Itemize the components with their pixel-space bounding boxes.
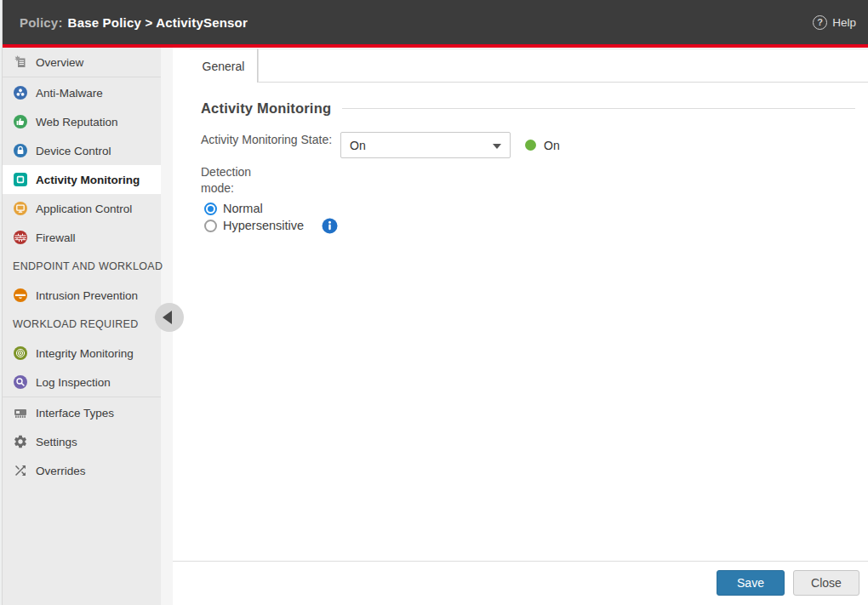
sidebar-item-label: Overrides — [36, 465, 86, 477]
sidebar-item-label: Overview — [36, 56, 83, 69]
section-header: Activity Monitoring — [201, 100, 855, 117]
tab-general[interactable]: General — [190, 49, 258, 83]
sidebar-item-activity-monitoring[interactable]: Activity Monitoring — [3, 165, 161, 194]
main-content: General Activity Monitoring Activity Mon… — [173, 48, 868, 605]
device-control-icon — [13, 143, 28, 158]
state-status: On — [525, 132, 560, 158]
chevron-left-icon — [163, 311, 172, 324]
info-icon[interactable] — [322, 218, 338, 234]
sidebar-item-application-control[interactable]: Application Control — [3, 194, 161, 223]
integrity-monitoring-icon — [13, 345, 28, 361]
sidebar-nav: Overview Anti-Malware Web Reputation — [3, 48, 161, 485]
sidebar-item-settings[interactable]: Settings — [3, 427, 161, 456]
page-title-prefix: Policy: — [20, 15, 63, 30]
green-status-dot — [525, 140, 536, 151]
help-button[interactable]: ? Help — [813, 15, 856, 30]
radio-normal-control[interactable] — [204, 203, 217, 215]
state-status-text: On — [544, 139, 560, 152]
activity-monitoring-icon — [13, 172, 28, 187]
firewall-icon — [13, 230, 28, 245]
tab-general-label: General — [203, 60, 245, 73]
state-select-value: On — [350, 139, 366, 152]
sidebar-item-label: Firewall — [36, 231, 76, 244]
page-title-main: Base Policy > ActivitySensor — [68, 15, 248, 30]
overview-icon — [13, 54, 28, 70]
sidebar-item-integrity-monitoring[interactable]: Integrity Monitoring — [3, 339, 161, 368]
tab-bar-empty-area — [258, 49, 868, 83]
sidebar-item-web-reputation[interactable]: Web Reputation — [3, 107, 161, 136]
radio-normal-label: Normal — [223, 202, 263, 215]
sidebar-section-endpoint-and-workload: ENDPOINT AND WORKLOAD — [3, 252, 161, 281]
sidebar-item-intrusion-prevention[interactable]: Intrusion Prevention — [3, 281, 161, 310]
section-rule — [342, 108, 855, 109]
sidebar-item-device-control[interactable]: Device Control — [3, 136, 161, 165]
question-circle-icon: ? — [813, 15, 827, 30]
sidebar-divider — [3, 77, 161, 77]
intrusion-prevention-icon — [13, 288, 28, 303]
section-title: Activity Monitoring — [201, 100, 331, 117]
detection-mode-radios: Normal Hypersensitive — [201, 200, 848, 234]
detection-mode-label: Detection mode: — [201, 164, 279, 197]
sidebar-item-label: Log Inspection — [36, 376, 111, 389]
tab-bar: General — [173, 48, 868, 83]
sidebar-item-interface-types[interactable]: Interface Types — [3, 398, 161, 427]
sidebar-item-label: Interface Types — [36, 407, 114, 420]
page-title: Policy:Base Policy > ActivitySensor — [20, 15, 248, 30]
sidebar-item-label: Application Control — [36, 203, 132, 215]
activity-monitoring-form: Activity Monitoring State: On On Detecti… — [201, 132, 848, 234]
sidebar-collapse-button[interactable] — [155, 303, 184, 332]
sidebar: Overview Anti-Malware Web Reputation — [3, 48, 173, 605]
sidebar-section-workload-required: WORKLOAD REQUIRED — [3, 310, 161, 339]
policy-editor-window: Policy:Base Policy > ActivitySensor ? He… — [0, 0, 868, 605]
detection-mode-row: Detection mode: — [201, 164, 848, 197]
sidebar-item-label: Intrusion Prevention — [36, 289, 138, 302]
save-button[interactable]: Save — [717, 570, 785, 596]
sidebar-item-label: Web Reputation — [36, 116, 118, 128]
sidebar-item-anti-malware[interactable]: Anti-Malware — [3, 78, 161, 107]
web-reputation-icon — [13, 114, 28, 129]
footer-buttons: Save Close — [717, 570, 859, 596]
sidebar-item-label: Integrity Monitoring — [36, 347, 134, 360]
anti-malware-icon — [13, 85, 28, 100]
sidebar-item-label: Device Control — [36, 145, 111, 157]
sidebar-item-overrides[interactable]: Overrides — [3, 456, 161, 485]
state-row: Activity Monitoring State: On On — [201, 132, 848, 158]
sidebar-divider — [3, 397, 161, 397]
sidebar-item-label: Settings — [36, 436, 77, 448]
state-select[interactable]: On — [340, 132, 511, 158]
radio-hypersensitive-control[interactable] — [204, 220, 217, 232]
footer-divider — [173, 561, 868, 562]
log-inspection-icon — [13, 374, 28, 390]
sidebar-item-log-inspection[interactable]: Log Inspection — [3, 368, 161, 397]
settings-gear-icon — [13, 434, 28, 449]
application-control-icon — [13, 201, 28, 216]
app-header: Policy:Base Policy > ActivitySensor ? He… — [3, 0, 868, 44]
radio-hypersensitive-label: Hypersensitive — [223, 219, 304, 232]
interface-types-icon — [13, 405, 28, 420]
chevron-down-icon — [493, 144, 501, 149]
close-button[interactable]: Close — [793, 570, 859, 596]
radio-normal[interactable]: Normal — [204, 200, 848, 217]
sidebar-item-firewall[interactable]: Firewall — [3, 223, 161, 252]
sidebar-item-label: Activity Monitoring — [36, 174, 140, 186]
radio-hypersensitive[interactable]: Hypersensitive — [204, 217, 848, 234]
overrides-shuffle-icon — [13, 463, 28, 478]
sidebar-item-label: Anti-Malware — [36, 87, 103, 100]
help-label: Help — [832, 16, 856, 29]
sidebar-item-overview[interactable]: Overview — [3, 48, 161, 77]
state-label: Activity Monitoring State: — [201, 132, 340, 148]
